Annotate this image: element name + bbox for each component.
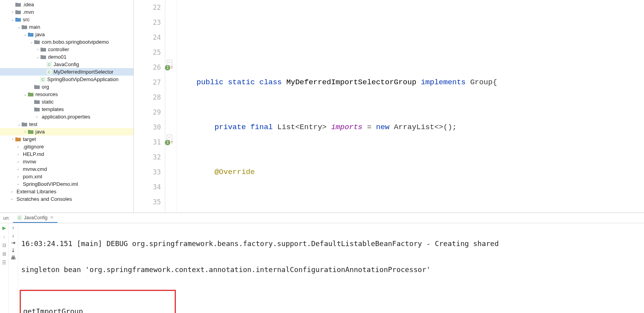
tree-node[interactable]: ▫mvnw [0,158,133,165]
folder-icon [34,99,40,105]
tree-arrow-icon[interactable]: › [35,47,40,52]
tree-node[interactable]: ▫pom.xml [0,173,133,180]
tree-arrow-icon[interactable]: ⌄ [23,32,28,37]
code-line [179,30,644,45]
print-icon[interactable]: 🖶 [11,255,16,261]
tree-arrow-icon[interactable]: › [10,10,15,14]
up-icon[interactable]: ↑ [12,225,15,231]
tree-arrow-icon[interactable]: ⌄ [29,40,34,44]
tree-node[interactable]: ▫mvnw.cmd [0,165,133,173]
tree-label: com.bobo.springbootvipdemo [42,39,109,45]
tree-arrow-icon[interactable]: ⌄ [35,55,40,59]
down-icon[interactable]: ↓ [12,232,15,238]
folder-icon [15,136,21,143]
java-class-icon: C [17,215,22,220]
stop-icon[interactable]: ↓ [1,233,7,240]
tree-node[interactable]: CSpringBootVipDemoApplication [0,76,133,83]
tree-node[interactable]: CMyDeferredImportSelector [0,68,133,76]
file-icon: ▫ [34,114,40,120]
tree-node[interactable]: ▫application.properties [0,113,133,120]
tree-node[interactable]: ⌄test [0,120,133,128]
file-icon: ▫ [15,181,21,187]
file-icon: ▫ [9,196,15,202]
tree-node[interactable]: ⌄java [0,31,133,38]
tree-node[interactable]: templates [0,106,133,113]
tree-node[interactable]: ⌄main [0,23,133,31]
tree-node[interactable]: ⌄demo01 [0,53,133,61]
tree-node[interactable]: ▫Scratches and Consoles [0,195,133,203]
line-number: 25 [134,45,165,60]
tree-label: org [42,84,49,90]
folder-icon [15,2,21,8]
tree-node[interactable]: CJavaConfig [0,61,133,68]
tree-node[interactable]: ›.mvn [0,8,133,16]
run-tab-bar: un: C JavaConfig ✕ [0,213,644,223]
folder-icon [15,9,21,15]
line-number: 27 [134,75,165,90]
folder-icon [28,91,34,98]
tree-label: SpringBootVIPDemo.iml [23,181,78,187]
code-line: private final List<Entry> imports = new … [179,120,644,135]
tree-node[interactable]: ⌄com.bobo.springbootvipdemo [0,38,133,46]
folder-icon [40,46,46,53]
line-number: 28 [134,90,165,105]
line-number: 34 [134,180,165,194]
tree-label: SpringBootVipDemoApplication [47,76,118,82]
tab-label: JavaConfig [24,215,48,220]
run-toolbar-2: ↑ ↓ ⇥ ⤓ 🖶 [9,223,18,313]
code-editor[interactable]: public static class MyDeferredImportSele… [177,0,644,213]
tree-node[interactable]: ›java [0,128,133,135]
code-line: public void process(AnnotationMetadata m… [179,209,644,213]
line-number: 24 [134,30,165,45]
code-line: @Override [179,165,644,180]
tree-label: mvnw.cmd [23,166,47,172]
scroll-icon[interactable]: ⤓ [11,247,15,253]
tree-arrow-icon[interactable]: ⌄ [10,17,15,22]
tree-arrow-icon[interactable]: ⌄ [17,25,21,29]
tree-arrow-icon[interactable]: ⌄ [23,92,28,96]
tree-node[interactable]: ›controller [0,46,133,53]
tree-node[interactable]: ▫HELP.md [0,150,133,158]
tree-node[interactable]: org [0,83,133,91]
folder-icon [28,31,34,38]
tree-label: MyDeferredImportSelector [54,69,113,75]
run-tab-javaconfig[interactable]: C JavaConfig ✕ [13,213,57,223]
project-tree[interactable]: .idea›.mvn⌄src⌄main⌄java⌄com.bobo.spring… [0,0,134,213]
line-number: 30 [134,120,165,135]
more-icon[interactable]: ☰ [1,259,7,266]
rerun-icon[interactable]: ▶ [1,225,7,231]
tree-node[interactable]: ⌄resources [0,91,133,98]
tree-label: java [35,129,45,135]
tree-label: pom.xml [23,174,42,180]
tree-node[interactable]: ▫SpringBootVIPDemo.iml [0,180,133,188]
fold-handle[interactable]: − [167,135,172,140]
tree-arrow-icon[interactable]: ⌄ [17,122,21,126]
run-label: un: [0,215,13,221]
folder-icon [34,84,40,90]
tree-node[interactable]: ⌄src [0,16,133,23]
tree-arrow-icon[interactable]: › [23,130,28,134]
line-number: 33 [134,165,165,180]
wrap-icon[interactable]: ⇥ [11,240,15,246]
console-output[interactable]: 16:03:24.151 [main] DEBUG org.springfram… [18,223,644,313]
tree-node[interactable]: .idea [0,1,133,8]
close-icon[interactable]: ✕ [50,215,54,220]
pin-icon[interactable]: ⊞ [1,251,7,257]
tree-arrow-icon[interactable]: › [10,137,15,141]
line-number: 26I↑ [134,60,165,75]
fold-column: − − [165,0,177,213]
tree-node[interactable]: ›target [0,135,133,143]
line-number: 35 [134,194,165,209]
tree-label: java [35,31,45,37]
layout-icon[interactable]: ⊟ [1,242,7,248]
folder-icon [28,129,34,135]
tree-label: resources [35,91,58,97]
tree-label: target [23,136,36,142]
tree-node[interactable]: static [0,98,133,106]
fold-handle[interactable]: − [167,60,172,65]
tree-node[interactable]: ▫.gitignore [0,143,133,150]
tree-node[interactable]: ▫External Libraries [0,188,133,195]
tree-label: src [23,17,30,22]
java-class-icon: C [40,77,46,82]
console-line: 16:03:24.151 [main] DEBUG org.springfram… [21,237,641,250]
